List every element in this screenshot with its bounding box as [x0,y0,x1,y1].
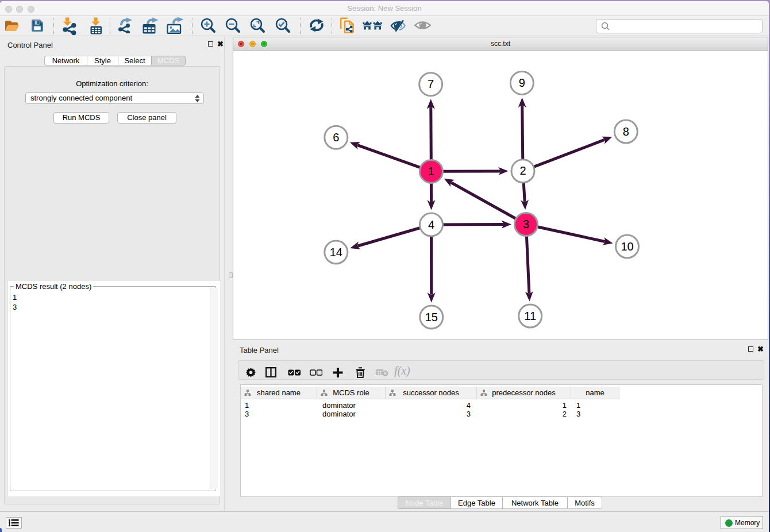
svg-text:3: 3 [523,218,529,230]
svg-text:4: 4 [428,218,434,231]
svg-text:10: 10 [621,240,633,253]
svg-text:14: 14 [330,246,342,259]
svg-text:9: 9 [519,76,525,89]
svg-text:7: 7 [428,78,434,90]
svg-text:1: 1 [428,165,434,178]
svg-text:15: 15 [425,311,438,323]
svg-text:6: 6 [333,131,339,144]
svg-text:2: 2 [519,164,526,177]
svg-text:11: 11 [524,310,536,322]
svg-text:8: 8 [623,125,629,138]
